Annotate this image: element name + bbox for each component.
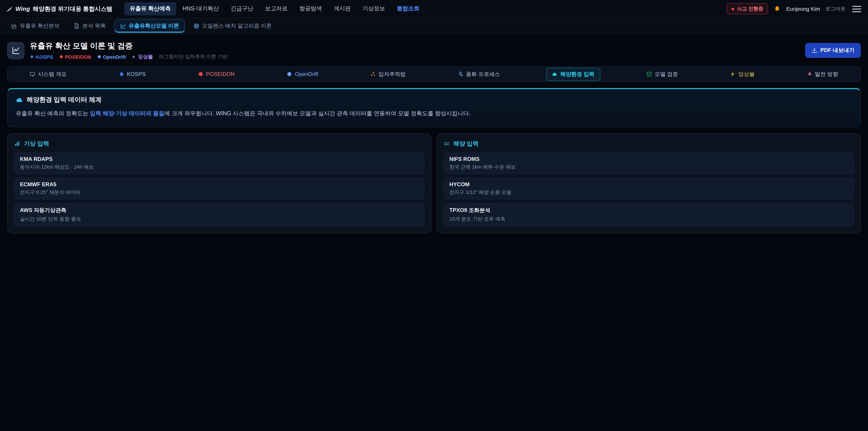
ocean-input-card: 해양 입력 NIFS ROMS 한국 근해 1km 해류·수온 예보 HYCOM… [437,133,861,233]
diamond-icon [119,71,124,77]
circle-icon [97,55,101,59]
diamond-icon [30,55,34,59]
source-name: AWS 자동기상관측 [20,206,418,214]
tab-analysis-list[interactable]: 분석 목록 [68,19,112,33]
tab-oil-fence-algorithm[interactable]: 오일펜스 배치 알고리즘 이론 [188,19,278,33]
app-root: Wing 해양환경 위기대응 통합시스템 유출유 확산예측 HNS·대기확산 긴… [0,0,868,431]
topbar-right-group: 사고 진행중 Eunjeong Kim 로그아웃 [726,3,863,14]
body-highlight: 입력 해양·기상 데이터의 품질 [90,110,164,117]
cloud-icon [552,71,558,77]
lightning-icon [730,71,736,77]
wind-icon [458,71,463,77]
source-name: ECMWF ERA5 [20,181,418,187]
wave-icon [443,140,450,147]
main-nav: 유출유 확산예측 HNS·대기확산 긴급구난 보고자료 항공탐색 게시판 기상정… [124,2,425,16]
particles-icon [370,71,376,77]
tab-spill-model-theory[interactable]: 유출유확산모델 이론 [114,19,185,33]
panel-title: 해양환경 입력 데이터 체계 [16,96,852,104]
section-nav-particle-tracking[interactable]: 입자추적법 [364,68,411,81]
page-subtitle: 라그랑지안 입자추적 이론 기반 [159,53,228,60]
list-item: HYCOM 전지구 1/12° 해양 순환 모델 [443,177,854,199]
section-nav-marine-env-input[interactable]: 해양환경 입력 [546,68,600,81]
section-nav-kosps[interactable]: KOSPS [113,68,152,80]
document-list-icon [74,23,80,29]
section-nav-future-direction[interactable]: 발전 방향 [801,68,844,81]
card-title-ocean: 해양 입력 [443,140,854,148]
list-item: ECMWF ERA5 전지구 0.25° 재분석 데이터 [14,177,425,199]
section-nav-model-validation[interactable]: 모델 검증 [641,68,684,81]
nav-item-integrated-search[interactable]: 통합조회 [391,2,425,16]
source-desc: 실시간 10분 단위 풍향·풍속 [20,215,418,222]
weather-input-card: 기상 입력 KMA RDAPS 동아시아 12km 해상도 · 24h 예보 E… [7,133,431,233]
badge-kosps: KOSPS [30,54,53,59]
scatter-chart-icon [11,23,17,29]
logout-button[interactable]: 로그아웃 [826,5,845,12]
check-square-icon [647,71,652,77]
incident-dot-icon [732,7,734,10]
panel-body-text: 유출유 확산 예측의 정확도는 입력 해양·기상 데이터의 품질에 크게 좌우됩… [16,109,852,118]
app-title: 해양환경 위기대응 통합시스템 [33,5,112,13]
source-name: HYCOM [450,181,848,187]
model-badge-row: KOSPS POSEIDON OpenDrift 앙상블 라그랑지안 입자추적 … [30,53,228,60]
section-nav-poseidon[interactable]: POSEIDON [192,68,241,80]
circle-icon [59,55,63,59]
download-icon [811,48,817,53]
section-nav: 시스템 개요 KOSPS POSEIDON OpenDrift 입자추적법 풍화… [7,66,861,82]
page-header: 유출유 확산 모델 이론 및 검증 KOSPS POSEIDON OpenDri… [0,34,868,65]
monitor-icon [30,71,35,77]
app-brand[interactable]: Wing 해양환경 위기대응 통합시스템 [5,5,112,13]
user-name: Eunjeong Kim [786,6,820,12]
nav-item-oil-spill-prediction[interactable]: 유출유 확산예측 [124,2,176,16]
tab-label: 유출유 확산분석 [20,22,59,30]
tab-label: 유출유확산모델 이론 [129,22,179,30]
tab-bar: 유출유 확산분석 분석 목록 유출유확산모델 이론 오일펜스 배치 알고리즘 이… [0,18,868,34]
page-chart-icon [7,42,24,59]
section-nav-system-overview[interactable]: 시스템 개요 [24,68,72,81]
section-nav-opendrift[interactable]: OpenDrift [281,68,324,80]
marine-env-input-panel: 해양환경 입력 데이터 체계 유출유 확산 예측의 정확도는 입력 해양·기상 … [7,88,861,127]
incident-status-badge[interactable]: 사고 진행중 [726,3,768,14]
pdf-export-button[interactable]: PDF 내보내기 [805,43,861,58]
circle-icon [287,71,292,77]
app-logo-text: Wing [16,5,30,12]
menu-hamburger-icon[interactable] [851,3,863,14]
list-item: NIFS ROMS 한국 근해 1km 해류·수온 예보 [443,152,854,174]
nav-item-board[interactable]: 게시판 [328,2,356,16]
tab-label: 분석 목록 [83,22,106,30]
nav-item-weather-info[interactable]: 기상정보 [357,2,391,16]
source-desc: 전지구 1/12° 해양 순환 모델 [450,189,848,195]
line-chart-icon [120,23,126,29]
badge-opendrift: OpenDrift [97,54,126,59]
source-name: TPXO9 조화분석 [450,206,848,214]
source-desc: 한국 근해 1km 해류·수온 예보 [450,163,848,170]
list-item: TPXO9 조화분석 15개 분조 기반 조류 예측 [443,203,854,226]
badge-poseidon: POSEIDON [59,54,91,59]
lightning-icon [132,55,136,59]
source-name: NIFS ROMS [450,156,848,162]
body-suffix: 에 크게 좌우됩니다. WING 시스템은 국내외 수치예보 모델과 실시간 관… [164,110,470,117]
data-source-cards: 기상 입력 KMA RDAPS 동아시아 12km 해상도 · 24h 예보 E… [7,133,861,233]
tab-label: 오일펜스 배치 알고리즘 이론 [202,22,272,30]
body-prefix: 유출유 확산 예측의 정확도는 [16,110,90,117]
nav-item-aerial-search[interactable]: 항공탐색 [294,2,327,16]
list-item: AWS 자동기상관측 실시간 10분 단위 풍향·풍속 [14,203,425,226]
nav-item-reports[interactable]: 보고자료 [259,2,293,16]
source-name: KMA RDAPS [20,156,418,162]
page-title: 유출유 확산 모델 이론 및 검증 [30,41,228,51]
globe-icon [193,23,199,29]
cloud-icon [16,96,23,103]
notification-bell-icon[interactable] [774,5,781,12]
list-item: KMA RDAPS 동아시아 12km 해상도 · 24h 예보 [14,152,425,174]
top-navigation-bar: Wing 해양환경 위기대응 통합시스템 유출유 확산예측 HNS·대기확산 긴… [0,0,868,18]
nav-item-emergency-rescue[interactable]: 긴급구난 [225,2,258,16]
section-nav-ensemble[interactable]: 앙상블 [724,68,761,81]
rocket-icon [807,71,812,77]
circle-icon [198,71,203,77]
nav-item-hns-dispersion[interactable]: HNS·대기확산 [177,2,224,16]
card-title-weather: 기상 입력 [14,140,425,148]
source-desc: 전지구 0.25° 재분석 데이터 [20,189,418,195]
tab-spill-analysis[interactable]: 유출유 확산분석 [5,19,65,33]
badge-ensemble: 앙상블 [132,53,153,60]
incident-label: 사고 진행중 [737,5,763,12]
section-nav-weathering-process[interactable]: 풍화 프로세스 [452,68,506,81]
